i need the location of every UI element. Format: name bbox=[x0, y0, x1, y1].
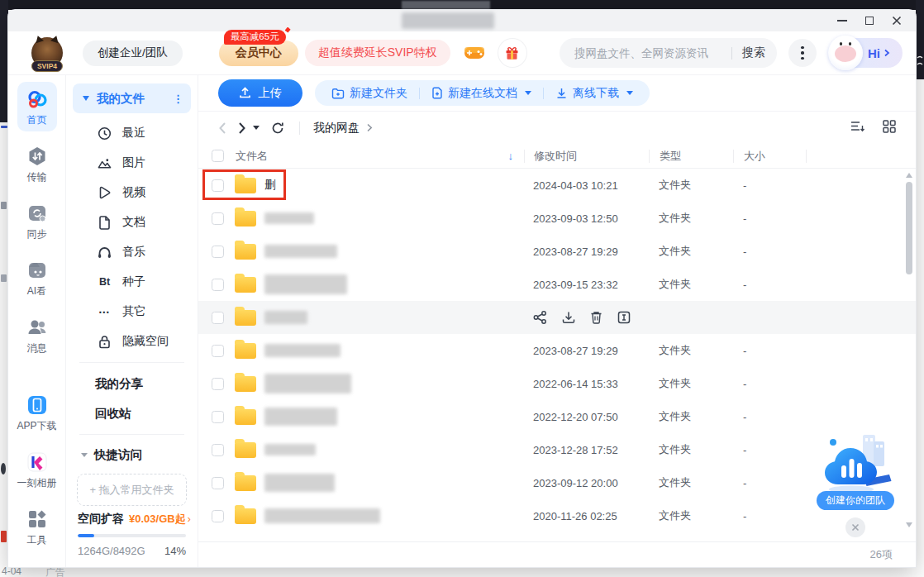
censored-filename bbox=[264, 474, 335, 492]
column-filename[interactable]: 文件名 ↓ bbox=[198, 149, 524, 164]
row-checkbox[interactable] bbox=[212, 477, 224, 489]
sort-list-button[interactable] bbox=[850, 120, 865, 136]
table-row[interactable]: 2023-12-28 17:52文件夹- bbox=[198, 433, 916, 466]
table-row[interactable]: 2020-11-26 02:25文件夹- bbox=[198, 499, 916, 532]
team-promo-label[interactable]: 创建你的团队 bbox=[817, 491, 894, 510]
search-box[interactable]: 搜索 bbox=[560, 38, 777, 68]
scrollbar-thumb[interactable] bbox=[906, 182, 912, 274]
table-row[interactable] bbox=[198, 301, 916, 334]
table-row[interactable]: 2022-12-20 07:50文件夹- bbox=[198, 400, 916, 433]
drop-folder-hint[interactable]: + 拖入常用文件夹 bbox=[77, 474, 187, 506]
scrollbar[interactable] bbox=[905, 171, 913, 534]
svip-renew-banner[interactable]: 超值续费延长SVIP特权 bbox=[305, 40, 450, 66]
sidebar-item-recycle-bin[interactable]: 回收站 bbox=[73, 398, 191, 428]
sidebar-item-my-share[interactable]: 我的分享 bbox=[73, 369, 191, 398]
delete-button[interactable] bbox=[590, 311, 603, 324]
more-menu-button[interactable] bbox=[788, 39, 817, 67]
sidebar-item-documents[interactable]: 文档 bbox=[73, 207, 191, 237]
sidebar-item-pictures[interactable]: 图片 bbox=[73, 148, 191, 178]
user-avatar[interactable]: SVIP4 bbox=[31, 37, 63, 69]
storage-expand-link[interactable]: 空间扩容 ¥0.03/GB起 › bbox=[78, 512, 186, 527]
download-button[interactable] bbox=[562, 311, 575, 324]
grid-view-button[interactable] bbox=[883, 120, 896, 136]
table-row[interactable]: 2023-08-27 19:29文件夹- bbox=[198, 334, 916, 367]
new-folder-button[interactable]: 新建文件夹 bbox=[328, 86, 411, 101]
row-checkbox[interactable] bbox=[212, 411, 224, 423]
row-checkbox[interactable] bbox=[212, 378, 224, 390]
sidebar-item-label: 其它 bbox=[122, 304, 145, 319]
rename-button[interactable] bbox=[617, 311, 631, 324]
assistant-avatar-icon bbox=[828, 36, 863, 70]
sidebar-item-my-files[interactable]: 我的文件 ⋮ bbox=[73, 83, 191, 113]
sidebar-item-others[interactable]: ⋯其它 bbox=[73, 297, 191, 327]
table-row[interactable]: 2022-06-14 15:33文件夹- bbox=[198, 367, 916, 400]
column-modified[interactable]: 修改时间 bbox=[524, 150, 649, 163]
play-icon bbox=[98, 186, 112, 200]
upload-button[interactable]: 上传 bbox=[218, 79, 302, 107]
refresh-button[interactable] bbox=[271, 122, 284, 135]
row-checkbox[interactable] bbox=[212, 312, 224, 324]
upload-icon bbox=[239, 87, 251, 99]
sidebar-item-hidden-space[interactable]: 隐藏空间 bbox=[73, 327, 191, 356]
rail-item-app-download[interactable]: APP下载 bbox=[17, 388, 57, 437]
rail-item-transfer[interactable]: 传输 bbox=[17, 139, 57, 188]
create-team-button[interactable]: 创建企业/团队 bbox=[83, 41, 183, 66]
rail-item-home[interactable]: 首页 bbox=[17, 82, 57, 131]
app-titlebar[interactable] bbox=[8, 10, 916, 31]
sidebar-item-videos[interactable]: 视频 bbox=[73, 178, 191, 207]
promo-close-button[interactable] bbox=[845, 517, 865, 537]
rail-item-tools[interactable]: 工具 bbox=[17, 502, 57, 551]
file-size: - bbox=[733, 279, 806, 291]
row-checkbox[interactable] bbox=[212, 345, 224, 357]
share-button[interactable] bbox=[533, 311, 547, 324]
assistant-pill[interactable]: Hi bbox=[828, 38, 903, 68]
header-right: 搜索 Hi bbox=[560, 38, 903, 68]
table-row[interactable]: 删 2024-04-03 10:21文件夹- bbox=[198, 169, 916, 202]
row-checkbox[interactable] bbox=[212, 444, 224, 456]
rail-item-ai-view[interactable]: AI看 bbox=[17, 253, 57, 303]
minimize-button[interactable] bbox=[836, 15, 848, 26]
select-all-checkbox[interactable] bbox=[212, 150, 224, 162]
grid-view-icon bbox=[883, 120, 896, 133]
search-button[interactable]: 搜索 bbox=[742, 45, 765, 60]
row-checkbox[interactable] bbox=[212, 510, 224, 522]
row-checkbox[interactable] bbox=[212, 279, 224, 291]
modified-date: 2023-08-27 19:29 bbox=[524, 246, 649, 258]
sidebar-item-torrents[interactable]: Bt种子 bbox=[73, 267, 191, 297]
search-input[interactable] bbox=[574, 47, 726, 60]
new-online-doc-button[interactable]: 新建在线文档 bbox=[428, 86, 535, 101]
sort-desc-icon[interactable]: ↓ bbox=[508, 150, 514, 162]
table-row[interactable]: 2023-09-12 20:00文件夹- bbox=[198, 466, 916, 499]
sidebar-item-quick-access[interactable]: 快捷访问 bbox=[73, 441, 191, 469]
censored-filename bbox=[264, 508, 380, 523]
scroll-up-icon[interactable] bbox=[906, 173, 912, 178]
close-button[interactable] bbox=[891, 15, 903, 26]
row-checkbox[interactable] bbox=[212, 246, 224, 258]
forward-button[interactable] bbox=[238, 122, 246, 135]
folder-icon bbox=[235, 343, 256, 359]
scroll-down-icon[interactable] bbox=[906, 522, 912, 527]
maximize-button[interactable] bbox=[864, 15, 875, 26]
gift-icon bbox=[505, 46, 519, 60]
gift-button[interactable] bbox=[498, 39, 526, 67]
table-row[interactable]: 2023-08-27 19:29文件夹- bbox=[198, 235, 916, 268]
table-row[interactable]: 2023-09-03 12:50文件夹- bbox=[198, 202, 916, 235]
back-button[interactable] bbox=[218, 122, 226, 135]
history-caret-icon[interactable] bbox=[253, 126, 260, 130]
close-icon bbox=[851, 523, 860, 532]
sidebar-item-music[interactable]: 音乐 bbox=[73, 237, 191, 267]
file-type: 文件夹 bbox=[649, 508, 733, 523]
rail-item-photo-album[interactable]: 一刻相册 bbox=[17, 445, 57, 494]
column-type[interactable]: 类型 bbox=[649, 150, 733, 163]
rail-item-messages[interactable]: 消息 bbox=[17, 310, 57, 360]
game-center-button[interactable] bbox=[460, 39, 488, 67]
rail-item-sync[interactable]: 同步 bbox=[17, 196, 57, 246]
offline-download-button[interactable]: 离线下载 bbox=[552, 86, 636, 101]
row-checkbox[interactable] bbox=[212, 212, 224, 225]
column-size[interactable]: 大小 bbox=[733, 150, 806, 163]
storage-block: 空间扩容 ¥0.03/GB起 › 1264G/8492G 14% bbox=[73, 512, 191, 557]
sidebar-item-recent[interactable]: 最近 bbox=[73, 118, 191, 148]
more-options-icon[interactable]: ⋮ bbox=[173, 97, 183, 101]
breadcrumb[interactable]: 我的网盘 bbox=[313, 121, 360, 136]
table-row[interactable]: 2023-09-15 23:32文件夹- bbox=[198, 268, 916, 301]
